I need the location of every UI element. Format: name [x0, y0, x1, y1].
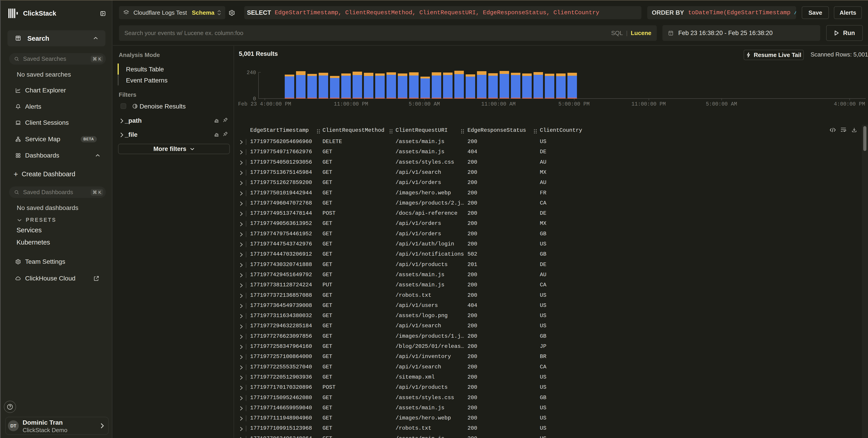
svg-text:11:00:00 PM: 11:00:00 PM	[631, 101, 666, 107]
svg-text:5:00:00 PM: 5:00:00 PM	[558, 101, 590, 107]
svg-text:4:00:00 PM: 4:00:00 PM	[834, 101, 865, 107]
svg-text:1: 1	[670, 33, 671, 35]
svg-text:5:00:00 AM: 5:00:00 AM	[706, 101, 737, 107]
svg-text:11:00:00 AM: 11:00:00 AM	[481, 101, 516, 107]
svg-text:5:00:00 AM: 5:00:00 AM	[409, 101, 440, 107]
svg-text:11:00:00 PM: 11:00:00 PM	[334, 101, 368, 107]
svg-text:240: 240	[247, 70, 256, 76]
svg-text:Feb 23 4:00:00 PM: Feb 23 4:00:00 PM	[238, 101, 291, 107]
